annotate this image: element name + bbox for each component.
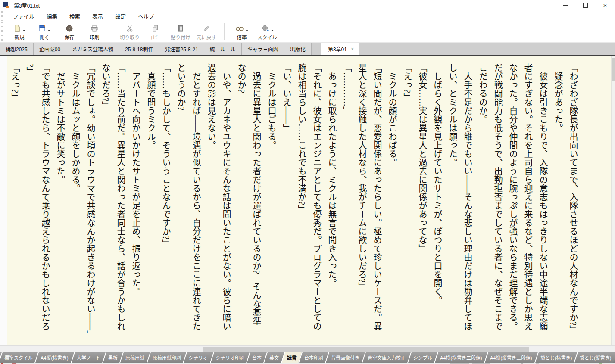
style-tab[interactable]: 青空文庫入力校正: [362, 352, 411, 363]
document-tab-label: 発注書25-8-21: [165, 45, 198, 53]
toolbar-button-undo[interactable]: 元に戻す: [197, 23, 216, 40]
style-tab-label: シンプル: [413, 354, 432, 361]
document-tab-active[interactable]: 第3章01×: [321, 43, 359, 55]
dropdown-arrow-icon[interactable]: [23, 30, 25, 31]
style-tab[interactable]: 大学ノート: [71, 352, 106, 363]
style-tab-label: A4縦(横書き): [41, 354, 69, 361]
style-tab[interactable]: シンプル: [407, 352, 437, 363]
text-column: ミクルはムッと顔をしかめる。: [68, 63, 83, 345]
style-tab[interactable]: シナリオ: [183, 352, 213, 363]
style-tab[interactable]: 原稿用紙: [119, 352, 150, 363]
text-canvas[interactable]: 「わざわざ隊長が出向いてまで、入隊させるほどの人材なんですか?」 疑念があった。…: [7, 56, 612, 345]
style-tab-label: 袋とじ(縦書き): [580, 354, 612, 361]
text-column: ミクルは口ごもる。: [264, 63, 279, 345]
document-tab[interactable]: 発注書25-8-21: [159, 43, 204, 55]
style-tab[interactable]: A4縦(縦書き三段組): [484, 352, 538, 363]
style-tab-label: シナリオ: [189, 354, 208, 361]
style-tab[interactable]: 背景画像付き: [325, 352, 365, 363]
text-column: しばらく外観を見上げていたサトミが、ぽつりと口を開く。: [430, 63, 445, 345]
document-tab[interactable]: 統一ルール: [204, 43, 242, 55]
toolbar-button-copy[interactable]: コピー: [146, 23, 165, 40]
menu-item[interactable]: 設定: [109, 12, 132, 20]
menu-bar: ファイル編集検索表示設定ヘルプ: [0, 10, 615, 22]
editor-area: 「わざわざ隊長が出向いてまで、入隊させるほどの人材なんですか?」 疑念があった。…: [0, 56, 615, 345]
document-tab-bar: 構想2025企画案00メガミズ登場人物25-8-18制作発注書25-8-21統一…: [0, 43, 615, 56]
print-icon: [91, 25, 98, 32]
text-column: だとすれば――境遇が似ているから、自分だけをここに連れてきた: [188, 63, 203, 345]
menu-item[interactable]: 検索: [63, 12, 86, 20]
toolbar-button-magnify[interactable]: 倍率: [232, 23, 251, 40]
text-column: 過去に異星人と関わった者だけが選ばれているのか? そんな基準: [249, 63, 264, 345]
style-tab-bar: 標準スタイルA4縦(横書き)大学ノート黒板原稿用紙原稿用紙印刷シナリオシナリオ印…: [0, 352, 615, 363]
style-tab[interactable]: 袋とじ(縦書き): [574, 352, 615, 363]
style-tab-label: 標準スタイル: [4, 354, 33, 361]
document-tab[interactable]: キャラ三面図: [242, 43, 284, 55]
dropdown-arrow-icon[interactable]: [246, 30, 248, 31]
style-gear-icon-row: [261, 23, 274, 32]
style-tab[interactable]: シナリオ印刷: [210, 352, 250, 363]
document-tab-label: 企画案00: [39, 45, 60, 53]
open-file-icon: [38, 25, 46, 32]
toolbar-button-cut[interactable]: 切り取り: [120, 23, 140, 40]
style-tab[interactable]: 標準スタイル: [0, 352, 38, 363]
menu-item[interactable]: ヘルプ: [132, 12, 160, 20]
document-tab-label: 統一ルール: [210, 45, 236, 53]
close-icon: ×: [603, 2, 607, 9]
menu-item[interactable]: 表示: [86, 12, 109, 20]
document-tab[interactable]: 構想2025: [0, 43, 34, 55]
minimize-button[interactable]: [556, 0, 575, 10]
save-icon-row: [66, 23, 73, 32]
menu-item[interactable]: ファイル: [7, 12, 41, 20]
document-tab-label: 出版化: [290, 45, 306, 53]
toolbar-button-paste[interactable]: 貼り付け: [171, 23, 190, 40]
style-tab-label: 原稿用紙印刷: [153, 354, 181, 361]
toolbar-button-print[interactable]: 印刷: [85, 23, 104, 40]
toolbar-button-new-document[interactable]: 新規: [10, 23, 29, 40]
vertical-scrollbar-thumb[interactable]: [612, 58, 615, 81]
style-tab[interactable]: 台本印刷: [298, 352, 328, 363]
style-tab-label: A4横(横書き二段組): [440, 354, 483, 361]
horizontal-scrollbar-thumb[interactable]: [203, 347, 529, 352]
open-file-icon-row: [38, 23, 50, 32]
undo-icon: [203, 25, 210, 32]
copy-icon: [151, 25, 159, 32]
text-column: ?」: [22, 63, 37, 345]
vertical-scrollbar[interactable]: [611, 56, 615, 345]
toolbar-button-label: スタイル: [257, 34, 277, 40]
toolbar-button-style-gear[interactable]: スタイル: [257, 23, 277, 40]
vertical-text: 「わざわざ隊長が出向いてまで、入隊させるほどの人材なんですか?」 疑念があった。…: [7, 56, 583, 345]
text-column: いや、アカネやユウキにそんな話は聞いたことがない。彼らに暗い: [219, 63, 234, 345]
toolbar-button-label: 保存: [65, 34, 75, 40]
style-tab-label: 台本: [252, 354, 262, 361]
style-tab[interactable]: A4縦(横書き): [34, 352, 74, 363]
maximize-button[interactable]: [575, 0, 595, 10]
dropdown-arrow-icon[interactable]: [271, 30, 274, 31]
document-tab[interactable]: 25-8-18制作: [119, 43, 159, 55]
title-bar: 第3章01.txt ×: [0, 0, 615, 10]
style-tab[interactable]: 原稿用紙印刷: [147, 352, 186, 363]
toolbar-button-label: 開く: [40, 34, 50, 40]
horizontal-scrollbar[interactable]: [0, 345, 615, 352]
close-tab-icon[interactable]: ×: [351, 46, 354, 52]
window-title: 第3章01.txt: [14, 2, 40, 9]
text-column: 「……もしかして、そういうことなんですか?」: [158, 63, 173, 345]
toolbar-button-open-file[interactable]: 開く: [35, 23, 54, 40]
menu-item[interactable]: 編集: [41, 12, 63, 20]
style-tab[interactable]: 袋とじ(横書き): [534, 352, 578, 363]
text-column: 彼女は引きこもりで、入隊の意志もはっきりしない中途半端な志願: [535, 63, 550, 345]
text-column: しい、とミクルは願った。: [445, 63, 460, 345]
document-tab[interactable]: 企画案00: [34, 43, 66, 55]
close-button[interactable]: ×: [595, 0, 615, 10]
document-tab[interactable]: メガミズ登場人物: [66, 43, 119, 55]
toolbar-button-save[interactable]: 保存: [60, 23, 79, 40]
minimize-icon: [563, 5, 568, 6]
app-icon-orange-square: [6, 6, 9, 8]
dropdown-arrow-icon[interactable]: [48, 30, 50, 31]
style-gear-icon: [261, 25, 269, 32]
toolbar-separator: [224, 23, 225, 40]
style-tab[interactable]: A4横(横書き二段組): [434, 352, 487, 363]
document-tab[interactable]: 出版化: [284, 43, 312, 55]
maximize-icon: [583, 3, 588, 8]
menubar-gripper: [1, 11, 3, 21]
text-column: 「短い間だが、恋愛関係にあったらしい。極めて珍しいケースだ。異: [369, 63, 384, 345]
